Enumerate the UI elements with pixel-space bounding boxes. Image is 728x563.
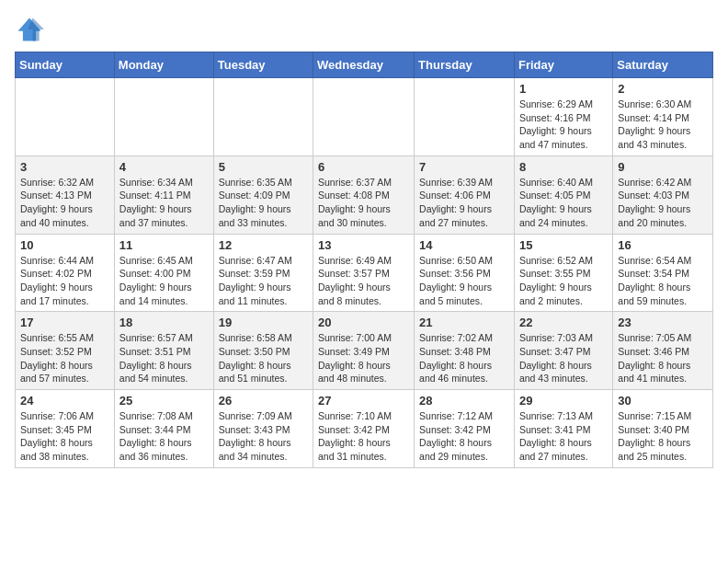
calendar-cell: 24Sunrise: 7:06 AM Sunset: 3:45 PM Dayli… — [16, 390, 115, 468]
day-info: Sunrise: 7:15 AM Sunset: 3:40 PM Dayligh… — [618, 409, 708, 464]
day-info: Sunrise: 6:39 AM Sunset: 4:06 PM Dayligh… — [419, 176, 509, 230]
day-number: 23 — [618, 316, 708, 329]
day-number: 29 — [519, 394, 608, 408]
calendar-cell: 22Sunrise: 7:03 AM Sunset: 3:47 PM Dayli… — [514, 312, 612, 390]
day-info: Sunrise: 7:09 AM Sunset: 3:43 PM Dayligh… — [219, 409, 308, 464]
day-info: Sunrise: 6:40 AM Sunset: 4:05 PM Dayligh… — [519, 176, 608, 230]
day-number: 5 — [219, 160, 308, 174]
day-number: 12 — [219, 238, 308, 252]
calendar-cell: 26Sunrise: 7:09 AM Sunset: 3:43 PM Dayli… — [213, 390, 313, 468]
calendar-cell: 21Sunrise: 7:02 AM Sunset: 3:48 PM Dayli… — [415, 312, 515, 390]
day-info: Sunrise: 7:06 AM Sunset: 3:45 PM Dayligh… — [20, 409, 109, 464]
day-info: Sunrise: 7:05 AM Sunset: 3:46 PM Dayligh… — [618, 331, 708, 385]
day-number: 16 — [618, 238, 708, 252]
calendar-cell — [114, 78, 213, 156]
calendar-cell: 16Sunrise: 6:54 AM Sunset: 3:54 PM Dayli… — [613, 234, 713, 312]
week-row-4: 17Sunrise: 6:55 AM Sunset: 3:52 PM Dayli… — [16, 312, 713, 390]
logo-icon — [15, 15, 44, 44]
week-row-3: 10Sunrise: 6:44 AM Sunset: 4:02 PM Dayli… — [16, 234, 713, 312]
day-info: Sunrise: 7:10 AM Sunset: 3:42 PM Dayligh… — [318, 409, 409, 464]
day-number: 14 — [419, 238, 509, 252]
calendar-cell: 13Sunrise: 6:49 AM Sunset: 3:57 PM Dayli… — [313, 234, 415, 312]
day-info: Sunrise: 6:57 AM Sunset: 3:51 PM Dayligh… — [119, 331, 209, 385]
day-number: 13 — [318, 238, 409, 252]
calendar-cell: 17Sunrise: 6:55 AM Sunset: 3:52 PM Dayli… — [16, 312, 115, 390]
calendar-cell: 1Sunrise: 6:29 AM Sunset: 4:16 PM Daylig… — [514, 78, 612, 156]
calendar-cell — [415, 78, 515, 156]
week-row-2: 3Sunrise: 6:32 AM Sunset: 4:13 PM Daylig… — [16, 155, 713, 234]
day-info: Sunrise: 6:44 AM Sunset: 4:02 PM Dayligh… — [20, 254, 109, 308]
day-number: 2 — [618, 82, 708, 96]
day-number: 4 — [119, 160, 209, 174]
calendar-cell — [16, 78, 115, 156]
day-info: Sunrise: 6:50 AM Sunset: 3:56 PM Dayligh… — [419, 254, 509, 308]
day-number: 3 — [20, 160, 109, 174]
calendar-cell: 19Sunrise: 6:58 AM Sunset: 3:50 PM Dayli… — [213, 312, 313, 390]
day-info: Sunrise: 6:35 AM Sunset: 4:09 PM Dayligh… — [219, 176, 308, 230]
day-info: Sunrise: 6:58 AM Sunset: 3:50 PM Dayligh… — [219, 331, 308, 385]
day-number: 8 — [519, 160, 608, 174]
day-info: Sunrise: 6:32 AM Sunset: 4:13 PM Dayligh… — [20, 176, 109, 230]
weekday-header-tuesday: Tuesday — [213, 52, 313, 78]
calendar-cell: 18Sunrise: 6:57 AM Sunset: 3:51 PM Dayli… — [114, 312, 213, 390]
calendar-cell — [213, 78, 313, 156]
weekday-header-monday: Monday — [114, 52, 213, 78]
day-number: 7 — [419, 160, 509, 174]
day-number: 1 — [519, 82, 608, 96]
day-info: Sunrise: 6:49 AM Sunset: 3:57 PM Dayligh… — [318, 254, 409, 308]
day-info: Sunrise: 6:34 AM Sunset: 4:11 PM Dayligh… — [119, 176, 209, 230]
day-info: Sunrise: 6:30 AM Sunset: 4:14 PM Dayligh… — [618, 98, 708, 152]
day-number: 26 — [219, 394, 308, 408]
day-number: 15 — [519, 238, 608, 252]
day-info: Sunrise: 7:12 AM Sunset: 3:42 PM Dayligh… — [419, 409, 509, 464]
calendar-cell: 15Sunrise: 6:52 AM Sunset: 3:55 PM Dayli… — [514, 234, 612, 312]
logo — [15, 15, 48, 44]
calendar-cell: 6Sunrise: 6:37 AM Sunset: 4:08 PM Daylig… — [313, 155, 415, 234]
calendar-cell: 23Sunrise: 7:05 AM Sunset: 3:46 PM Dayli… — [613, 312, 713, 390]
calendar-cell: 20Sunrise: 7:00 AM Sunset: 3:49 PM Dayli… — [313, 312, 415, 390]
day-info: Sunrise: 7:02 AM Sunset: 3:48 PM Dayligh… — [419, 331, 509, 385]
day-info: Sunrise: 6:52 AM Sunset: 3:55 PM Dayligh… — [519, 254, 608, 308]
week-row-5: 24Sunrise: 7:06 AM Sunset: 3:45 PM Dayli… — [16, 390, 713, 468]
weekday-header-row: SundayMondayTuesdayWednesdayThursdayFrid… — [16, 52, 713, 78]
week-row-1: 1Sunrise: 6:29 AM Sunset: 4:16 PM Daylig… — [16, 78, 713, 156]
weekday-header-thursday: Thursday — [415, 52, 515, 78]
weekday-header-sunday: Sunday — [16, 52, 115, 78]
day-info: Sunrise: 6:54 AM Sunset: 3:54 PM Dayligh… — [618, 254, 708, 308]
calendar-cell: 2Sunrise: 6:30 AM Sunset: 4:14 PM Daylig… — [613, 78, 713, 156]
calendar-cell: 29Sunrise: 7:13 AM Sunset: 3:41 PM Dayli… — [514, 390, 612, 468]
day-info: Sunrise: 7:13 AM Sunset: 3:41 PM Dayligh… — [519, 409, 608, 464]
calendar-cell: 11Sunrise: 6:45 AM Sunset: 4:00 PM Dayli… — [114, 234, 213, 312]
day-number: 6 — [318, 160, 409, 174]
day-info: Sunrise: 7:08 AM Sunset: 3:44 PM Dayligh… — [119, 409, 209, 464]
day-number: 10 — [20, 238, 109, 252]
calendar-table: SundayMondayTuesdayWednesdayThursdayFrid… — [15, 52, 713, 468]
day-number: 18 — [119, 316, 209, 329]
day-info: Sunrise: 6:47 AM Sunset: 3:59 PM Dayligh… — [219, 254, 308, 308]
day-number: 24 — [20, 394, 109, 408]
calendar-cell: 14Sunrise: 6:50 AM Sunset: 3:56 PM Dayli… — [415, 234, 515, 312]
day-info: Sunrise: 6:45 AM Sunset: 4:00 PM Dayligh… — [119, 254, 209, 308]
day-number: 25 — [119, 394, 209, 408]
day-number: 17 — [20, 316, 109, 329]
calendar-cell — [313, 78, 415, 156]
calendar-cell: 30Sunrise: 7:15 AM Sunset: 3:40 PM Dayli… — [613, 390, 713, 468]
day-number: 27 — [318, 394, 409, 408]
calendar-cell: 8Sunrise: 6:40 AM Sunset: 4:05 PM Daylig… — [514, 155, 612, 234]
day-number: 20 — [318, 316, 409, 329]
day-number: 30 — [618, 394, 708, 408]
day-number: 19 — [219, 316, 308, 329]
calendar-cell: 9Sunrise: 6:42 AM Sunset: 4:03 PM Daylig… — [613, 155, 713, 234]
day-info: Sunrise: 6:42 AM Sunset: 4:03 PM Dayligh… — [618, 176, 708, 230]
page-header — [15, 15, 713, 44]
calendar-cell: 5Sunrise: 6:35 AM Sunset: 4:09 PM Daylig… — [213, 155, 313, 234]
day-info: Sunrise: 7:03 AM Sunset: 3:47 PM Dayligh… — [519, 331, 608, 385]
calendar-cell: 4Sunrise: 6:34 AM Sunset: 4:11 PM Daylig… — [114, 155, 213, 234]
day-number: 9 — [618, 160, 708, 174]
weekday-header-saturday: Saturday — [613, 52, 713, 78]
day-info: Sunrise: 6:37 AM Sunset: 4:08 PM Dayligh… — [318, 176, 409, 230]
day-info: Sunrise: 6:55 AM Sunset: 3:52 PM Dayligh… — [20, 331, 109, 385]
calendar-cell: 7Sunrise: 6:39 AM Sunset: 4:06 PM Daylig… — [415, 155, 515, 234]
calendar-cell: 25Sunrise: 7:08 AM Sunset: 3:44 PM Dayli… — [114, 390, 213, 468]
weekday-header-wednesday: Wednesday — [313, 52, 415, 78]
